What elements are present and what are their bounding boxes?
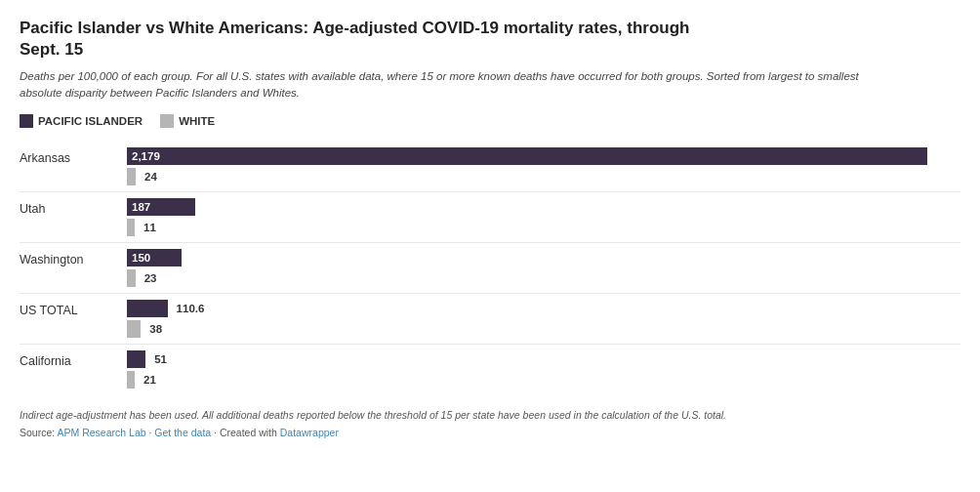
legend-white-label: WHITE: [179, 115, 215, 127]
legend-pacific-box: [20, 114, 33, 128]
row-label: Utah: [20, 198, 127, 216]
pacific-bar-value: 51: [150, 353, 167, 365]
white-bar: [127, 219, 135, 236]
white-bar-value: 21: [140, 374, 156, 386]
datawrapper-link[interactable]: Datawrapper: [280, 427, 339, 438]
pacific-bar: [127, 300, 168, 317]
footer-note: Indirect age-adjustment has been used. A…: [20, 408, 960, 442]
pacific-bar-line: 187: [127, 198, 960, 216]
table-row: US TOTAL110.638: [20, 294, 960, 345]
white-bar: [127, 269, 136, 287]
row-label: California: [20, 350, 127, 368]
legend-pacific-label: PACIFIC ISLANDER: [38, 115, 143, 127]
white-bar: [127, 320, 141, 338]
row-label: Washington: [20, 249, 127, 266]
white-bar: [127, 168, 136, 185]
table-row: Arkansas2,17924: [20, 142, 960, 192]
white-bar-line: 11: [127, 219, 960, 236]
pacific-bar: 187: [127, 198, 195, 216]
bars-container: 18711: [127, 198, 960, 236]
table-row: Washington15023: [20, 243, 960, 294]
white-bar-value: 11: [140, 222, 156, 233]
chart-container: Pacific Islander vs White Americans: Age…: [20, 18, 960, 441]
chart-title: Pacific Islander vs White Americans: Age…: [20, 18, 703, 61]
legend: PACIFIC ISLANDER WHITE: [20, 114, 960, 128]
chart-subtitle: Deaths per 100,000 of each group. For al…: [20, 68, 898, 102]
white-bar-line: 23: [127, 269, 960, 287]
bars-container: 5121: [127, 350, 960, 389]
pacific-bar-value: 110.6: [173, 303, 205, 314]
chart-area: Arkansas2,17924Utah18711Washington15023U…: [20, 142, 960, 394]
pacific-bar-line: 110.6: [127, 300, 960, 317]
row-label: Arkansas: [20, 147, 127, 165]
row-label: US TOTAL: [20, 300, 127, 317]
white-bar-line: 24: [127, 168, 960, 185]
pacific-bar-line: 150: [127, 249, 960, 266]
pacific-bar-line: 2,179: [127, 147, 960, 165]
legend-pacific: PACIFIC ISLANDER: [20, 114, 143, 128]
table-row: Utah18711: [20, 192, 960, 243]
white-bar-line: 38: [127, 320, 960, 338]
pacific-bar: 2,179: [127, 147, 927, 165]
white-bar-value: 24: [141, 171, 157, 183]
white-bar-line: 21: [127, 371, 960, 389]
pacific-bar-value: 2,179: [127, 150, 160, 162]
legend-white-box: [160, 114, 174, 128]
bars-container: 2,17924: [127, 147, 960, 185]
bars-container: 15023: [127, 249, 960, 287]
white-bar-value: 23: [141, 272, 157, 284]
pacific-bar-value: 150: [127, 252, 150, 264]
table-row: California5121: [20, 345, 960, 394]
pacific-bar: 150: [127, 249, 182, 266]
white-bar: [127, 371, 135, 389]
bars-container: 110.638: [127, 300, 960, 338]
white-bar-value: 38: [145, 323, 162, 335]
legend-white: WHITE: [160, 114, 215, 128]
get-data-link[interactable]: Get the data: [154, 427, 211, 438]
pacific-bar: [127, 350, 145, 368]
footer-source: Source: APM Research Lab · Get the data …: [20, 426, 960, 441]
pacific-bar-line: 51: [127, 350, 960, 368]
pacific-bar-value: 187: [127, 201, 150, 213]
apm-research-link[interactable]: APM Research Lab: [58, 427, 146, 438]
